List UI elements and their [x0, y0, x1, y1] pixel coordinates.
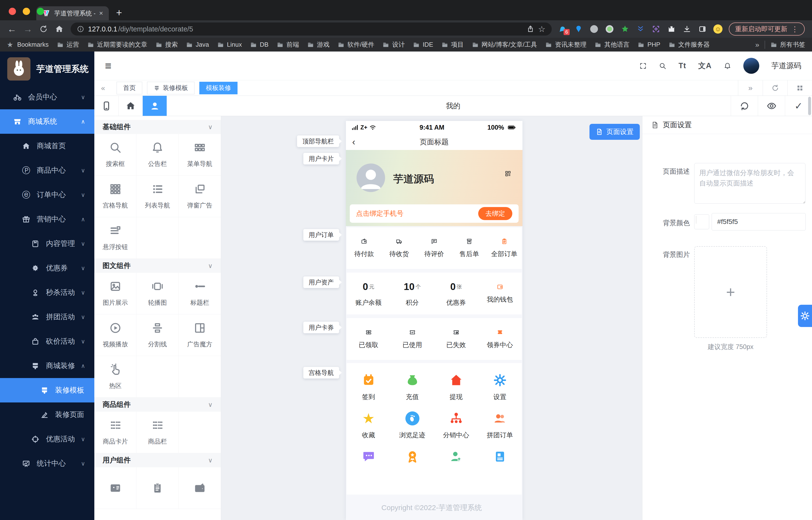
- close-tab-icon[interactable]: ×: [99, 9, 103, 17]
- extension-green-circle-icon[interactable]: [605, 24, 614, 34]
- page-settings-button[interactable]: 页面设置: [590, 124, 640, 140]
- asset-wallet[interactable]: 我的钱包: [478, 283, 522, 304]
- new-tab-button[interactable]: +: [116, 8, 122, 18]
- extension-diamond-icon[interactable]: 6: [558, 24, 568, 34]
- coupon-center[interactable]: 领券中心: [478, 329, 522, 349]
- chevron-down-icon[interactable]: ∨: [208, 123, 213, 131]
- canvas-label-user-order[interactable]: 用户订单: [303, 229, 339, 241]
- browser-tab[interactable]: 芋道管理系统 - 模板装修 ×: [36, 6, 109, 20]
- color-picker-swatch[interactable]: [694, 214, 709, 229]
- tab-options-grid-icon[interactable]: [787, 80, 812, 96]
- sidebar-item-mall-system[interactable]: 商城系统∧: [0, 109, 94, 134]
- bookmark-folder[interactable]: 项目: [441, 41, 464, 49]
- coupon-used[interactable]: 已使用: [390, 329, 434, 349]
- bookmark-folder[interactable]: PHP: [637, 41, 660, 48]
- profile-avatar[interactable]: ☺: [713, 24, 723, 34]
- forward-icon[interactable]: →: [23, 24, 32, 34]
- back-chevron-icon[interactable]: ‹: [352, 137, 355, 147]
- sidebar-item-decoration-template[interactable]: 装修模板: [0, 378, 94, 402]
- canvas-label-user-coupon[interactable]: 用户卡券: [303, 322, 339, 333]
- component-notice-bar[interactable]: 公告栏: [136, 134, 179, 176]
- component-goods-bar[interactable]: 商品栏: [136, 412, 179, 453]
- bookmark-folder[interactable]: Linux: [217, 41, 242, 48]
- chevron-down-icon[interactable]: ∨: [208, 457, 213, 464]
- grid-item-favorites[interactable]: ★收藏: [347, 411, 390, 439]
- reset-icon[interactable]: [731, 96, 758, 116]
- bookmark-folder[interactable]: 其他语言: [595, 41, 629, 49]
- home-page-icon[interactable]: [119, 96, 143, 116]
- component-title-bar[interactable]: 标题栏: [179, 273, 221, 314]
- component-image-display[interactable]: 图片展示: [94, 273, 136, 314]
- grid-item-service[interactable]: [347, 449, 390, 464]
- tabs-scroll-right-icon[interactable]: »: [738, 80, 763, 96]
- all-bookmarks-folder[interactable]: 所有书签: [770, 41, 805, 49]
- grid-item-distribution[interactable]: 分销中心: [434, 411, 478, 439]
- bookmark-star-icon[interactable]: ☆: [538, 24, 546, 34]
- grid-item-settings[interactable]: 设置: [478, 373, 522, 401]
- tab-template-decorate[interactable]: 模板装修: [199, 82, 238, 94]
- minimize-window-button[interactable]: [23, 8, 30, 15]
- extension-star-icon[interactable]: [621, 24, 630, 34]
- bookmark-folder[interactable]: 资讯未整理: [545, 41, 586, 49]
- browser-home-icon[interactable]: [55, 24, 64, 34]
- sidebar-item-product-center[interactable]: Ⓟ商品中心∨: [0, 158, 94, 183]
- sidebar-item-statistics-center[interactable]: 统计中心∨: [0, 451, 94, 476]
- user-avatar[interactable]: [743, 58, 759, 74]
- chevron-down-icon[interactable]: ∨: [208, 262, 213, 270]
- bookmarks-label[interactable]: Bookmarks: [17, 41, 49, 48]
- canvas-label-user-card[interactable]: 用户卡片: [303, 153, 339, 164]
- relaunch-update-button[interactable]: 重新启动即可更新 ⋮: [729, 23, 805, 35]
- sidebar-item-bargain[interactable]: 砍价活动∨: [0, 329, 94, 354]
- canvas-label-grid-nav[interactable]: 宫格导航: [303, 367, 339, 379]
- bookmark-folder[interactable]: 近期需要读的文章: [87, 41, 147, 49]
- bind-phone-bar[interactable]: 点击绑定手机号 去绑定: [350, 204, 519, 223]
- component-goods-card[interactable]: 商品卡片: [94, 412, 136, 453]
- sidebar-item-member-center[interactable]: 会员中心∨: [0, 85, 94, 109]
- grid-item-member[interactable]: [434, 449, 478, 464]
- extensions-puzzle-icon[interactable]: [667, 24, 676, 34]
- language-icon[interactable]: 文A: [698, 61, 712, 71]
- grid-item-medal[interactable]: [390, 449, 434, 464]
- section-basic-components[interactable]: 基础组件∨: [94, 120, 221, 134]
- notification-bell-icon[interactable]: [724, 62, 731, 70]
- component-user-wallet[interactable]: [179, 467, 221, 509]
- bookmark-folder[interactable]: 搜索: [156, 41, 178, 49]
- bg-color-input[interactable]: [712, 213, 806, 231]
- qr-code-icon[interactable]: [504, 170, 511, 177]
- grid-item-withdraw[interactable]: 提现: [434, 373, 478, 401]
- sidebar-item-coupon[interactable]: 优惠券∨: [0, 256, 94, 280]
- bookmark-folder[interactable]: IDE: [413, 41, 433, 48]
- order-item-all-orders[interactable]: 全部订单: [487, 238, 522, 258]
- bookmark-folder[interactable]: 游戏: [307, 41, 330, 49]
- tab-decoration-template[interactable]: 装修模板: [147, 82, 194, 94]
- page-desc-input[interactable]: [694, 163, 806, 204]
- extension-gray-icon[interactable]: [590, 24, 599, 34]
- component-ad-cube[interactable]: 广告魔方: [179, 314, 221, 356]
- component-video-player[interactable]: 视频播放: [94, 314, 136, 356]
- asset-points[interactable]: 10个积分: [390, 280, 434, 307]
- close-window-button[interactable]: [9, 8, 16, 15]
- bookmark-folder[interactable]: DB: [250, 41, 268, 48]
- zoom-window-button[interactable]: [37, 8, 44, 15]
- order-item-pending-payment[interactable]: 待付款: [347, 238, 382, 258]
- order-item-pending-review[interactable]: 待评价: [417, 238, 452, 258]
- sidebar-item-seckill[interactable]: 秒杀活动∨: [0, 280, 94, 305]
- header-username[interactable]: 芋道源码: [771, 61, 801, 71]
- sidebar-item-marketing-center[interactable]: 营销中心∧: [0, 207, 94, 231]
- grid-nav-section[interactable]: 签到 充值 提现 设置 ★收藏 浏览足迹 分销中心 拼团订单: [347, 363, 522, 495]
- user-card-section[interactable]: 芋道源码 点击绑定手机号 去绑定: [346, 150, 522, 226]
- component-user-order[interactable]: [136, 467, 179, 509]
- component-list-nav[interactable]: 列表导航: [136, 176, 179, 217]
- user-page-icon[interactable]: [143, 96, 167, 116]
- phone-nav-bar[interactable]: ‹ 页面标题: [346, 134, 522, 150]
- bookmark-folder[interactable]: 前端: [277, 41, 299, 49]
- user-asset-section[interactable]: 0元账户余额 10个积分 0张优惠券 我的钱包: [347, 272, 522, 314]
- section-image-text-components[interactable]: 图文组件∨: [94, 259, 221, 273]
- bookmark-folder[interactable]: Java: [186, 41, 209, 48]
- component-user-card[interactable]: [94, 467, 136, 509]
- bookmark-folder[interactable]: 软件/硬件: [338, 41, 374, 49]
- coupon-received[interactable]: 已领取: [347, 329, 390, 349]
- refresh-tab-icon[interactable]: [763, 80, 787, 96]
- component-divider[interactable]: 分割线: [136, 314, 179, 356]
- sidebar-item-promotion[interactable]: 优惠活动∨: [0, 427, 94, 451]
